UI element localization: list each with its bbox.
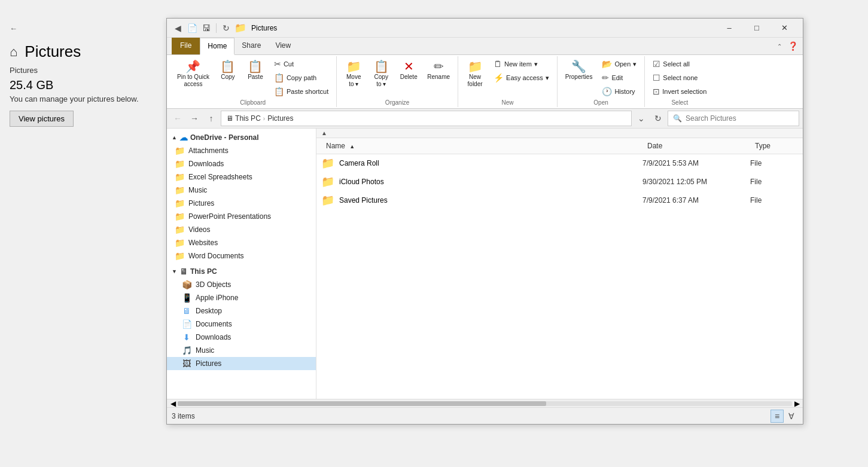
expand-address-button[interactable]: ⌄ — [634, 111, 648, 126]
search-bar[interactable]: 🔍 — [668, 111, 799, 126]
new-folder-icon: 📁 — [468, 60, 483, 72]
hscroll-track[interactable] — [178, 401, 792, 406]
header-date[interactable]: Date — [642, 138, 750, 154]
table-row[interactable]: 📁 Saved Pictures 7/9/2021 6:37 AM File — [316, 191, 803, 210]
easy-access-button[interactable]: ⚡ Easy access ▾ — [489, 71, 553, 84]
nav-item-videos[interactable]: 📁 Videos — [167, 223, 316, 236]
copy-to-button[interactable]: 📋 Copyto ▾ — [368, 57, 394, 91]
nav-item-label: Attachments — [188, 146, 229, 155]
undo-icon[interactable]: ↻ — [220, 22, 232, 34]
file-list-header: Name ▲ Date Type — [316, 138, 803, 154]
nav-item-attachments[interactable]: 📁 Attachments — [167, 144, 316, 157]
move-to-label: Moveto ▾ — [346, 74, 361, 88]
nav-item-apple-iphone[interactable]: 📱 Apple iPhone — [167, 291, 316, 304]
nav-item-powerpoint[interactable]: 📁 PowerPoint Presentations — [167, 210, 316, 223]
quick-access-icon[interactable]: 📄 — [186, 22, 198, 34]
hscroll-left-button[interactable]: ◀ — [168, 399, 178, 408]
tab-share[interactable]: Share — [234, 38, 268, 54]
hscroll-right-button[interactable]: ▶ — [792, 399, 802, 408]
history-icon: 🕐 — [602, 87, 612, 96]
paste-button[interactable]: 📋 Paste — [242, 57, 269, 84]
delete-icon: ✕ — [404, 60, 414, 72]
nav-item-desktop[interactable]: 🖥 Desktop — [167, 304, 316, 318]
ribbon-collapse-icon[interactable]: ⌃ — [777, 43, 782, 50]
desktop-icon: 🖥 — [181, 306, 192, 316]
select-none-button[interactable]: ☐ Select none — [648, 71, 711, 84]
new-item-button[interactable]: 🗒 New item ▾ — [489, 57, 553, 71]
address-this-pc[interactable]: 🖥 This PC — [226, 114, 261, 123]
nav-item-music[interactable]: 📁 Music — [167, 184, 316, 197]
folder-icon: 📁 — [174, 159, 185, 169]
nav-item-word[interactable]: 📁 Word Documents — [167, 249, 316, 263]
pin-to-quick-access-button[interactable]: 📌 Pin to Quickaccess — [173, 57, 214, 91]
nav-item-pictures-onedrive[interactable]: 📁 Pictures — [167, 197, 316, 210]
history-button[interactable]: 🕐 History — [598, 85, 641, 98]
large-icons-view-button[interactable]: ∀ — [785, 410, 798, 423]
nav-item-pictures-pc[interactable]: 🖼 Pictures — [167, 357, 316, 370]
copy-path-button[interactable]: 📋 Copy path — [270, 71, 333, 84]
new-secondary: 🗒 New item ▾ ⚡ Easy access ▾ — [489, 57, 553, 84]
refresh-button[interactable]: ↻ — [651, 111, 665, 126]
nav-up-button[interactable]: ↑ — [204, 111, 218, 126]
view-pictures-button[interactable]: View pictures — [10, 111, 74, 127]
settings-back-button[interactable]: ← — [10, 24, 157, 33]
pc-icon: 🖥 — [226, 114, 233, 123]
onedrive-expand-icon: ▲ — [172, 135, 177, 141]
properties-button[interactable]: 🔧 Properties — [561, 57, 597, 84]
back-icon[interactable]: ◀ — [172, 22, 184, 34]
this-pc-expand-icon: ▼ — [172, 268, 177, 274]
nav-item-label: Websites — [188, 239, 218, 247]
delete-button[interactable]: ✕ Delete — [395, 57, 422, 84]
table-row[interactable]: 📁 iCloud Photos 9/30/2021 12:05 PM File — [316, 173, 803, 191]
table-row[interactable]: 📁 Camera Roll 7/9/2021 5:53 AM File — [316, 154, 803, 173]
select-label: Select — [648, 98, 711, 106]
sort-indicator: ▲ — [349, 144, 355, 149]
nav-forward-button[interactable]: → — [187, 111, 202, 126]
this-pc-section[interactable]: ▼ 🖥 This PC — [167, 265, 316, 278]
search-input[interactable] — [686, 114, 794, 123]
horizontal-scrollbar[interactable]: ◀ ▶ — [167, 399, 803, 407]
edit-button[interactable]: ✏ Edit — [598, 71, 641, 84]
paste-shortcut-button[interactable]: 📋 Paste shortcut — [270, 85, 333, 98]
nav-item-websites[interactable]: 📁 Websites — [167, 236, 316, 249]
ribbon-group-select: ☑ Select all ☐ Select none ⊡ Invert sele… — [645, 56, 714, 107]
close-button[interactable]: ✕ — [770, 19, 798, 38]
nav-item-documents[interactable]: 📄 Documents — [167, 318, 316, 331]
nav-item-music-pc[interactable]: 🎵 Music — [167, 344, 316, 357]
header-name[interactable]: Name ▲ — [321, 138, 642, 154]
maximize-button[interactable]: □ — [743, 19, 770, 38]
address-bar[interactable]: 🖥 This PC › Pictures — [221, 111, 632, 126]
file-date-cell: 7/9/2021 5:53 AM — [642, 159, 750, 167]
onedrive-section[interactable]: ▲ ☁ OneDrive - Personal — [167, 131, 316, 144]
copy-button[interactable]: 📋 Copy — [215, 57, 241, 84]
properties-icon: 🔧 — [571, 60, 586, 72]
save-icon[interactable]: 🖫 — [200, 22, 212, 34]
folder-icon: 📁 — [174, 251, 185, 261]
tab-file[interactable]: File — [172, 38, 200, 54]
minimize-button[interactable]: – — [715, 19, 743, 38]
address-pictures[interactable]: Pictures — [267, 114, 293, 123]
nav-back-button[interactable]: ← — [170, 111, 185, 126]
rename-button[interactable]: ✏ Rename — [423, 57, 454, 84]
nav-item-excel[interactable]: 📁 Excel Spreadsheets — [167, 170, 316, 184]
open-button[interactable]: 📂 Open ▾ — [598, 57, 641, 71]
hscroll-thumb[interactable] — [178, 401, 546, 406]
nav-item-downloads-pc[interactable]: ⬇ Downloads — [167, 331, 316, 344]
folder-icon: 📁 — [174, 185, 185, 195]
nav-item-downloads[interactable]: 📁 Downloads — [167, 157, 316, 170]
move-to-button[interactable]: 📁 Moveto ▾ — [340, 57, 367, 91]
nav-item-3d-objects[interactable]: 📦 3D Objects — [167, 278, 316, 291]
invert-selection-button[interactable]: ⊡ Invert selection — [648, 85, 711, 98]
details-view-button[interactable]: ≡ — [770, 410, 784, 423]
cut-button[interactable]: ✂ Cut — [270, 57, 333, 71]
select-all-button[interactable]: ☑ Select all — [648, 57, 711, 71]
tab-view[interactable]: View — [268, 38, 298, 54]
tab-home[interactable]: Home — [200, 38, 234, 55]
paste-shortcut-label: Paste shortcut — [287, 88, 328, 95]
copy-to-icon: 📋 — [374, 60, 389, 72]
new-folder-button[interactable]: 📁 Newfolder — [462, 57, 488, 91]
invert-selection-icon: ⊡ — [653, 87, 660, 96]
help-icon[interactable]: ❓ — [788, 41, 798, 51]
file-type-cell: File — [750, 178, 798, 186]
header-type[interactable]: Type — [750, 138, 798, 154]
